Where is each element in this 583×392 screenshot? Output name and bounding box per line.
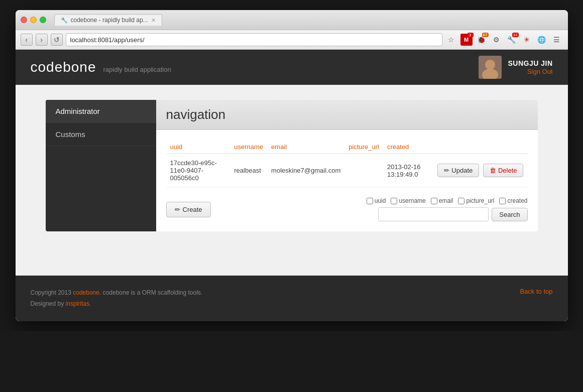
main-panel: navigation uuid username email picture_u…: [156, 100, 538, 231]
sidebar-item-customs-label: Customs: [56, 130, 85, 139]
maximize-button[interactable]: [40, 17, 46, 23]
checkbox-picture-url[interactable]: picture_url: [458, 197, 494, 204]
table-row: 17ccde30-e95c-11e0-9407-005056c0 realbea…: [166, 154, 528, 187]
designed-by-text: Designed by: [31, 300, 66, 307]
forward-button[interactable]: ›: [36, 34, 48, 46]
sidebar-item-customs[interactable]: Customs: [46, 123, 156, 146]
col-created: created: [383, 140, 433, 154]
extension-icon-3[interactable]: ✳: [521, 34, 533, 46]
edit-icon: ✏: [444, 167, 449, 174]
close-button[interactable]: [21, 17, 27, 23]
delete-button[interactable]: 🗑 Delete: [483, 164, 524, 177]
col-username: username: [230, 140, 267, 154]
sidebar-item-administrator-label: Administrator: [56, 107, 100, 115]
svg-point-1: [485, 60, 495, 70]
settings-icon[interactable]: ⚙: [491, 34, 503, 46]
address-bar[interactable]: [66, 33, 442, 46]
checkbox-created-input[interactable]: [499, 198, 506, 204]
trash-icon: 🗑: [490, 167, 496, 174]
inspiritas-link[interactable]: inspiritas: [66, 300, 89, 307]
search-button[interactable]: Search: [492, 208, 527, 221]
col-uuid: uuid: [166, 140, 230, 154]
checkbox-email-input[interactable]: [431, 198, 437, 204]
checkbox-email[interactable]: email: [431, 197, 453, 204]
tab-favicon: 🔧: [61, 17, 68, 24]
app-footer: Copyright 2013 codebone. codebone is a O…: [16, 276, 568, 321]
footer-right: Back to top: [520, 288, 552, 295]
action-buttons: ✏ Update 🗑 Delete: [433, 154, 527, 187]
cell-picture-url: [344, 154, 383, 187]
codebone-footer-link[interactable]: codebone: [73, 289, 99, 296]
search-row: Search: [378, 207, 527, 221]
extension-icon-2[interactable]: 🔧34: [506, 34, 518, 46]
app-header: codebone rapidly build application SUNGJ…: [16, 50, 568, 85]
gmail-icon[interactable]: M1: [460, 34, 473, 46]
content-layout: Administrator Customs navigation uuid: [46, 100, 538, 231]
cell-uuid: 17ccde30-e95c-11e0-9407-005056c0: [166, 154, 230, 187]
back-to-top-link[interactable]: Back to top: [520, 288, 552, 295]
user-info: SUNGJU JIN Sign Out: [479, 56, 552, 79]
app-logo: codebone rapidly build application: [31, 59, 171, 75]
browser-titlebar: 🔧 codebone - rapidly build ap... ✕: [16, 10, 568, 30]
menu-icon[interactable]: ☰: [551, 34, 563, 46]
footer-left: Copyright 2013 codebone. codebone is a O…: [31, 288, 203, 309]
globe-icon[interactable]: 🌐: [536, 34, 548, 46]
browser-buttons: [21, 17, 46, 23]
update-button[interactable]: ✏ Update: [437, 164, 479, 177]
panel-title: navigation: [166, 107, 528, 122]
app-tagline: rapidly build application: [103, 66, 171, 73]
checkbox-created[interactable]: created: [499, 197, 527, 204]
copyright-text: Copyright 2013: [31, 289, 73, 296]
tab-title: codebone - rapidly build ap...: [71, 17, 148, 24]
footer-description: . codebone is a ORM scaffolding tools.: [99, 289, 202, 296]
pencil-icon: ✏: [175, 206, 180, 213]
checkbox-username[interactable]: username: [391, 197, 425, 204]
footer-period: .: [89, 300, 91, 307]
tab-close-icon[interactable]: ✕: [151, 17, 156, 24]
sidebar: Administrator Customs: [46, 100, 156, 231]
main-content: Administrator Customs navigation uuid: [16, 85, 568, 276]
footer-designed-line: Designed by inspiritas.: [31, 299, 203, 310]
user-name: SUNGJU JIN: [508, 59, 552, 67]
checkbox-uuid[interactable]: uuid: [367, 197, 386, 204]
logo-text: codebone: [31, 59, 96, 75]
browser-window: 🔧 codebone - rapidly build ap... ✕ ‹ › ↺…: [16, 10, 568, 321]
browser-tab[interactable]: 🔧 codebone - rapidly build ap... ✕: [54, 14, 162, 26]
browser-nav: ‹ › ↺ ☆ M1 🐞87 ⚙ 🔧34 ✳ 🌐 ☰: [16, 30, 568, 50]
checkboxes: uuid username email: [367, 197, 528, 204]
checkbox-picture-url-input[interactable]: [458, 198, 464, 204]
create-button[interactable]: ✏ Create: [166, 202, 211, 217]
col-email: email: [267, 140, 344, 154]
col-picture-url: picture_url: [344, 140, 383, 154]
sign-out-link[interactable]: Sign Out: [527, 68, 553, 75]
nav-icons: ☆ M1 🐞87 ⚙ 🔧34 ✳ 🌐 ☰: [445, 34, 563, 46]
back-button[interactable]: ‹: [21, 34, 33, 46]
cell-username: realbeast: [230, 154, 267, 187]
checkbox-username-input[interactable]: [391, 198, 397, 204]
footer-copyright-line: Copyright 2013 codebone. codebone is a O…: [31, 288, 203, 299]
user-details: SUNGJU JIN Sign Out: [508, 59, 552, 75]
user-avatar: [479, 56, 502, 79]
sidebar-item-administrator[interactable]: Administrator: [46, 100, 156, 123]
search-controls: uuid username email: [367, 197, 528, 221]
search-input[interactable]: [378, 207, 489, 221]
star-icon[interactable]: ☆: [445, 34, 457, 46]
panel-body: uuid username email picture_url created …: [156, 130, 538, 231]
minimize-button[interactable]: [30, 17, 37, 23]
data-table: uuid username email picture_url created …: [166, 140, 528, 187]
extension-icon-1[interactable]: 🐞87: [476, 34, 488, 46]
col-actions: [433, 140, 527, 154]
checkbox-uuid-input[interactable]: [367, 198, 373, 204]
bottom-controls: ✏ Create uuid userna: [166, 197, 528, 221]
panel-header: navigation: [156, 100, 538, 130]
cell-created: 2013-02-16 13:19:49.0: [383, 154, 433, 187]
cell-email: moleskine7@gmail.com: [267, 154, 344, 187]
refresh-button[interactable]: ↺: [51, 34, 63, 46]
